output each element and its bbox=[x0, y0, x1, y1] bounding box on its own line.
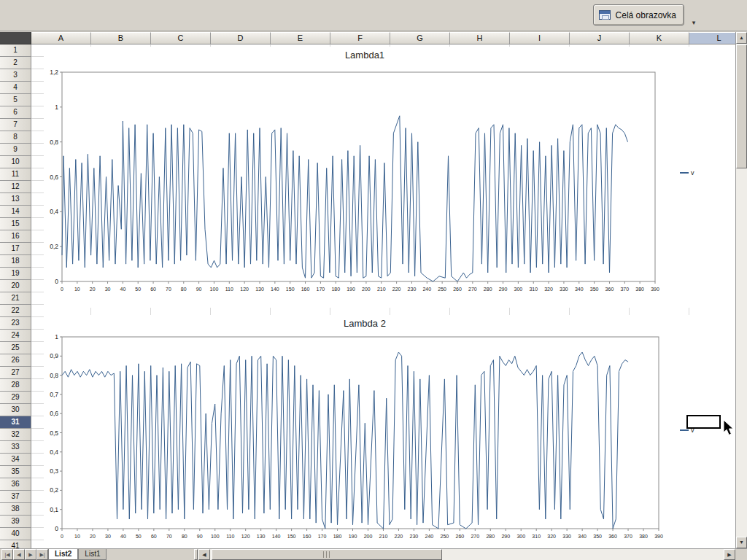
hscroll-right-arrow[interactable]: ▶ bbox=[724, 549, 735, 560]
row-header-4[interactable]: 4 bbox=[0, 82, 31, 94]
row-header-14[interactable]: 14 bbox=[0, 206, 31, 218]
svg-text:90: 90 bbox=[196, 287, 202, 292]
horizontal-scrollbar-thumb[interactable] bbox=[212, 549, 442, 560]
select-all-corner[interactable] bbox=[0, 32, 31, 44]
row-header-31[interactable]: 31 bbox=[0, 416, 31, 429]
svg-text:80: 80 bbox=[181, 287, 187, 292]
sheet-nav-first-button[interactable]: |◀ bbox=[1, 549, 13, 560]
row-header-1[interactable]: 1 bbox=[0, 44, 31, 57]
svg-text:0,2: 0,2 bbox=[50, 486, 58, 494]
scroll-up-arrow[interactable]: ▲ bbox=[736, 32, 747, 44]
svg-text:160: 160 bbox=[303, 534, 311, 539]
row-header-29[interactable]: 29 bbox=[0, 392, 31, 404]
row-header-35[interactable]: 35 bbox=[0, 466, 31, 478]
row-header-30[interactable]: 30 bbox=[0, 404, 31, 416]
scroll-down-arrow[interactable]: ▼ bbox=[736, 537, 747, 548]
row-header-11[interactable]: 11 bbox=[0, 168, 31, 181]
row-header-32[interactable]: 32 bbox=[0, 429, 31, 441]
svg-text:90: 90 bbox=[197, 534, 203, 539]
row-header-7[interactable]: 7 bbox=[0, 119, 31, 131]
row-header-18[interactable]: 18 bbox=[0, 255, 31, 268]
column-header-F[interactable]: F bbox=[330, 32, 390, 44]
row-header-20[interactable]: 20 bbox=[0, 280, 31, 292]
svg-text:60: 60 bbox=[151, 534, 157, 539]
svg-text:270: 270 bbox=[468, 287, 477, 292]
chart-lambda1[interactable]: 1,210,80,60,40,2001020304050607080901001… bbox=[44, 47, 735, 308]
row-header-26[interactable]: 26 bbox=[0, 354, 31, 367]
row-header-36[interactable]: 36 bbox=[0, 478, 31, 491]
svg-text:190: 190 bbox=[349, 534, 357, 539]
hscroll-left-arrow[interactable]: ◀ bbox=[198, 549, 210, 560]
column-header-I[interactable]: I bbox=[510, 32, 570, 44]
row-header-19[interactable]: 19 bbox=[0, 268, 31, 280]
row-header-23[interactable]: 23 bbox=[0, 317, 31, 330]
row-header-3[interactable]: 3 bbox=[0, 69, 31, 82]
svg-text:110: 110 bbox=[226, 534, 234, 539]
svg-text:0: 0 bbox=[55, 525, 58, 532]
row-header-5[interactable]: 5 bbox=[0, 94, 31, 106]
row-header-28[interactable]: 28 bbox=[0, 379, 31, 392]
sheet-tab-list2[interactable]: List2 bbox=[48, 549, 78, 560]
row-header-15[interactable]: 15 bbox=[0, 218, 31, 230]
chevron-down-icon: ▾ bbox=[692, 19, 696, 26]
row-header-13[interactable]: 13 bbox=[0, 193, 31, 206]
sheet-tabs: List2List1 bbox=[48, 549, 107, 560]
sheet-nav-prev-button[interactable]: ◀ bbox=[13, 549, 25, 560]
sheet-nav-next-button[interactable]: ▶ bbox=[25, 549, 36, 560]
vertical-scrollbar-thumb[interactable] bbox=[736, 44, 747, 168]
column-header-L[interactable]: L bbox=[689, 32, 735, 44]
column-header-K[interactable]: K bbox=[630, 32, 689, 44]
row-header-34[interactable]: 34 bbox=[0, 454, 31, 466]
row-header-16[interactable]: 16 bbox=[0, 230, 31, 243]
svg-text:40: 40 bbox=[120, 287, 125, 292]
row-header-22[interactable]: 22 bbox=[0, 305, 31, 317]
sheet-nav-last-button[interactable]: ▶| bbox=[36, 549, 48, 560]
vertical-scrollbar[interactable]: ▲ ▼ bbox=[735, 32, 747, 548]
sheet-tab-list1[interactable]: List1 bbox=[78, 549, 107, 560]
column-header-B[interactable]: B bbox=[91, 32, 151, 44]
chart-lambda2[interactable]: 10,90,80,70,60,50,40,30,20,1001020304050… bbox=[44, 315, 735, 550]
row-header-38[interactable]: 38 bbox=[0, 503, 31, 516]
column-header-C[interactable]: C bbox=[151, 32, 211, 44]
svg-text:390: 390 bbox=[654, 534, 663, 539]
svg-text:250: 250 bbox=[441, 534, 449, 539]
svg-text:230: 230 bbox=[410, 534, 419, 539]
row-header-37[interactable]: 37 bbox=[0, 491, 31, 503]
tab-splitter[interactable] bbox=[194, 549, 198, 560]
legend-label: v bbox=[691, 169, 694, 176]
toolbar-dropdown-button[interactable]: ▾ bbox=[689, 18, 699, 28]
scrollbar-grip-icon bbox=[323, 551, 331, 558]
svg-text:330: 330 bbox=[560, 287, 568, 292]
column-header-J[interactable]: J bbox=[570, 32, 630, 44]
fullscreen-toggle-button[interactable]: Celá obrazovka bbox=[593, 4, 684, 26]
row-header-25[interactable]: 25 bbox=[0, 342, 31, 354]
svg-text:0,8: 0,8 bbox=[50, 139, 58, 146]
column-header-G[interactable]: G bbox=[390, 32, 450, 44]
svg-text:260: 260 bbox=[455, 534, 464, 539]
horizontal-scrollbar[interactable] bbox=[210, 549, 724, 560]
row-header-33[interactable]: 33 bbox=[0, 441, 31, 454]
column-header-D[interactable]: D bbox=[211, 32, 271, 44]
row-header-12[interactable]: 12 bbox=[0, 181, 31, 193]
row-header-2[interactable]: 2 bbox=[0, 57, 31, 69]
row-header-9[interactable]: 9 bbox=[0, 144, 31, 156]
chart-title: Lambda1 bbox=[44, 50, 686, 61]
row-header-40[interactable]: 40 bbox=[0, 528, 31, 540]
row-header-21[interactable]: 21 bbox=[0, 292, 31, 305]
column-header-E[interactable]: E bbox=[271, 32, 330, 44]
legend-line-icon bbox=[680, 172, 689, 174]
svg-text:290: 290 bbox=[501, 534, 510, 539]
svg-text:60: 60 bbox=[150, 287, 156, 292]
row-header-8[interactable]: 8 bbox=[0, 131, 31, 144]
row-header-10[interactable]: 10 bbox=[0, 156, 31, 168]
row-header-17[interactable]: 17 bbox=[0, 243, 31, 255]
svg-text:10: 10 bbox=[74, 287, 80, 292]
svg-text:170: 170 bbox=[318, 534, 327, 539]
row-header-39[interactable]: 39 bbox=[0, 516, 31, 528]
svg-text:310: 310 bbox=[529, 287, 538, 292]
row-header-6[interactable]: 6 bbox=[0, 106, 31, 119]
row-header-27[interactable]: 27 bbox=[0, 367, 31, 379]
row-header-24[interactable]: 24 bbox=[0, 330, 31, 342]
column-header-A[interactable]: A bbox=[31, 32, 91, 44]
column-header-H[interactable]: H bbox=[450, 32, 510, 44]
